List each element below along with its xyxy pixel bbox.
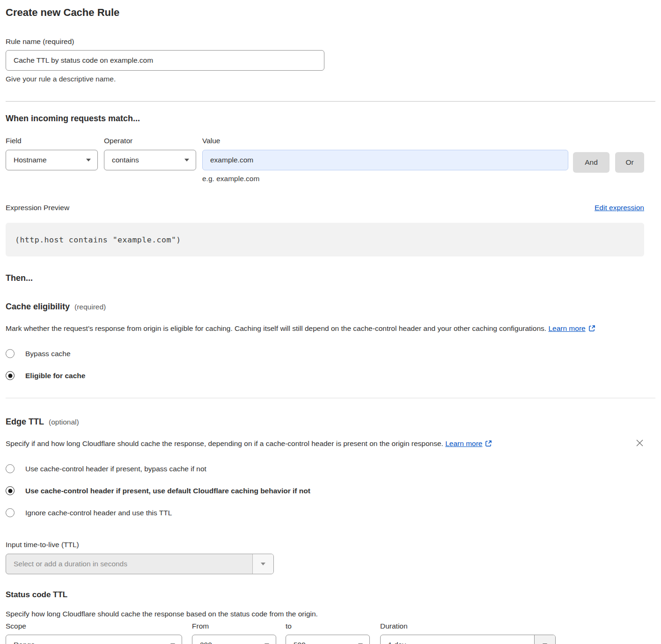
duration-select-value: 1 day <box>381 635 534 644</box>
external-link-icon <box>588 323 595 336</box>
eligible-for-cache-radio-label: Eligible for cache <box>25 372 85 380</box>
scope-column: Scope Range <box>6 622 182 644</box>
operator-column: Operator contains <box>104 137 196 170</box>
and-button[interactable]: And <box>573 152 610 173</box>
rule-name-help: Give your rule a descriptive name. <box>6 75 644 83</box>
chevron-down-icon <box>252 554 273 574</box>
edge-ttl-section: Edge TTL (optional) Specify if and how l… <box>6 417 644 644</box>
expression-code-text: (http.host contains "example.com") <box>15 235 181 244</box>
bypass-cache-radio-label: Bypass cache <box>25 350 71 358</box>
edge-ttl-option-ignore-radio[interactable]: Ignore cache-control header and use this… <box>6 508 644 517</box>
expression-preview-code: (http.host contains "example.com") <box>6 223 644 256</box>
edge-ttl-option-ignore-label: Ignore cache-control header and use this… <box>25 509 172 517</box>
radio-icon[interactable] <box>6 371 15 380</box>
value-input[interactable] <box>202 150 568 170</box>
ttl-input-label: Input time-to-live (TTL) <box>6 541 644 549</box>
external-link-icon <box>485 438 492 451</box>
chevron-down-icon <box>184 159 189 161</box>
to-column: to 599 <box>286 622 370 644</box>
field-label: Field <box>6 137 98 145</box>
status-code-ttl-row: Scope Range From 200 to 599 <box>6 622 644 644</box>
close-icon[interactable] <box>635 439 644 447</box>
then-heading: Then... <box>6 273 644 283</box>
rule-name-label: Rule name (required) <box>6 37 644 46</box>
section-divider <box>6 101 655 102</box>
edge-ttl-option-default-label: Use cache-control header if present, use… <box>25 487 310 495</box>
from-column: From 200 <box>192 622 276 644</box>
ttl-duration-placeholder: Select or add a duration in seconds <box>6 554 252 574</box>
value-help: e.g. example.com <box>202 175 568 183</box>
edge-ttl-option-bypass-label: Use cache-control header if present, byp… <box>25 465 206 473</box>
create-cache-rule-form: Create new Cache Rule Rule name (require… <box>0 0 661 644</box>
from-select-value: 200 <box>200 641 212 644</box>
cache-eligibility-section: Cache eligibility (required) Mark whethe… <box>6 302 644 380</box>
radio-icon[interactable] <box>6 486 15 495</box>
expression-header: Expression Preview Edit expression <box>6 204 644 212</box>
duration-label: Duration <box>380 622 556 630</box>
value-column: Value e.g. example.com <box>202 137 568 183</box>
duration-select[interactable]: 1 day <box>380 635 556 644</box>
field-column: Field Hostname <box>6 137 98 170</box>
edge-ttl-learn-more-link[interactable]: Learn more <box>445 439 492 447</box>
value-label: Value <box>202 137 568 145</box>
edit-expression-link[interactable]: Edit expression <box>595 204 644 212</box>
field-select[interactable]: Hostname <box>6 150 98 170</box>
bypass-cache-radio[interactable]: Bypass cache <box>6 349 644 358</box>
edge-ttl-description: Specify if and how long Cloudflare shoul… <box>6 437 633 451</box>
field-select-value: Hostname <box>14 156 47 164</box>
eligible-for-cache-radio[interactable]: Eligible for cache <box>6 371 644 380</box>
cache-eligibility-learn-more-link[interactable]: Learn more <box>548 324 595 332</box>
to-select-value: 599 <box>294 641 306 644</box>
cache-eligibility-required-badge: (required) <box>74 303 106 311</box>
ttl-input-group: Input time-to-live (TTL) Select or add a… <box>6 541 644 574</box>
cache-eligibility-description: Mark whether the request’s response from… <box>6 322 633 336</box>
edge-ttl-option-bypass-radio[interactable]: Use cache-control header if present, byp… <box>6 464 644 473</box>
to-select[interactable]: 599 <box>286 635 370 644</box>
scope-select[interactable]: Range <box>6 635 182 644</box>
from-select[interactable]: 200 <box>192 635 276 644</box>
radio-icon[interactable] <box>6 464 15 473</box>
edge-ttl-optional-badge: (optional) <box>49 418 79 426</box>
rule-name-group: Rule name (required) Give your rule a de… <box>6 37 644 83</box>
chevron-down-icon <box>534 635 555 644</box>
or-button[interactable]: Or <box>615 152 644 173</box>
cache-eligibility-heading-row: Cache eligibility (required) <box>6 302 644 312</box>
cache-eligibility-heading: Cache eligibility <box>6 302 70 312</box>
operator-label: Operator <box>104 137 196 145</box>
edge-ttl-option-default-radio[interactable]: Use cache-control header if present, use… <box>6 486 644 495</box>
from-label: From <box>192 622 276 630</box>
operator-select-value: contains <box>112 156 139 164</box>
page-title: Create new Cache Rule <box>6 7 644 19</box>
match-heading: When incoming requests match... <box>6 114 644 124</box>
radio-icon[interactable] <box>6 349 15 358</box>
scope-select-value: Range <box>14 641 35 644</box>
scope-label: Scope <box>6 622 182 630</box>
edge-ttl-heading-row: Edge TTL (optional) <box>6 417 644 427</box>
status-code-ttl-description: Specify how long Cloudflare should cache… <box>6 610 644 618</box>
edge-ttl-heading: Edge TTL <box>6 417 44 427</box>
expression-preview-label: Expression Preview <box>6 204 69 212</box>
section-divider <box>6 398 655 398</box>
radio-icon[interactable] <box>6 508 15 517</box>
to-label: to <box>286 622 370 630</box>
duration-column: Duration 1 day <box>380 622 556 644</box>
operator-select[interactable]: contains <box>104 150 196 170</box>
ttl-duration-select: Select or add a duration in seconds <box>6 554 274 574</box>
match-condition-row: Field Hostname Operator contains Value e… <box>6 137 644 183</box>
status-code-ttl-heading: Status code TTL <box>6 590 644 600</box>
rule-name-input[interactable] <box>6 50 324 71</box>
chevron-down-icon <box>86 159 91 161</box>
